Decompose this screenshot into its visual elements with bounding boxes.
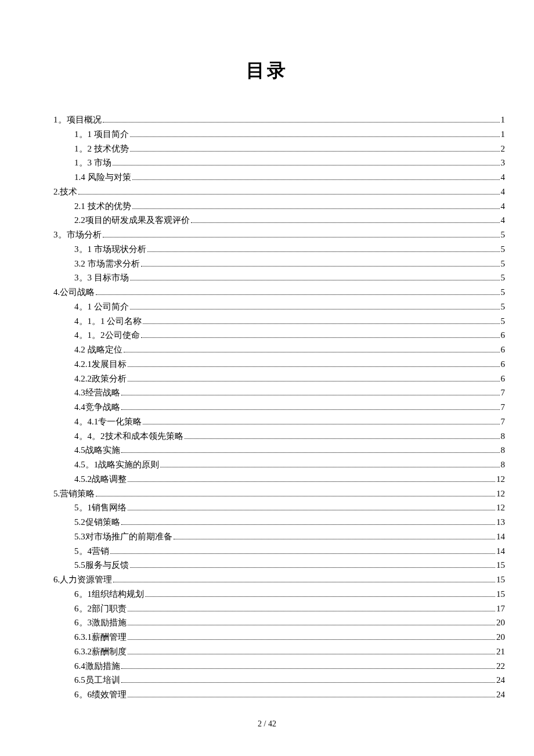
toc-entry-page: 4	[501, 199, 506, 214]
toc-entry-label: 2.2项目的研发成果及客观评价	[74, 213, 190, 228]
toc-entry-label: 4.公司战略	[53, 285, 95, 300]
toc-entry-label: 6.人力资源管理	[53, 573, 112, 587]
toc-entry: 4.5战略实施8	[29, 443, 505, 458]
toc-entry-page: 12	[496, 501, 505, 515]
toc-entry-page: 22	[496, 659, 505, 674]
toc-leader-dots	[121, 395, 500, 395]
toc-entry-label: 2.1 技术的优势	[74, 199, 131, 214]
toc-leader-dots	[174, 539, 495, 539]
toc-leader-dots	[130, 309, 500, 309]
toc-leader-dots	[191, 222, 500, 223]
toc-entry: 6.5员工培训24	[29, 673, 505, 687]
toc-entry-label: 4。1。2公司使命	[74, 328, 140, 343]
toc-entry: 5。4营销 14	[29, 544, 505, 559]
toc-entry-label: 5。4营销	[74, 544, 109, 559]
toc-leader-dots	[128, 654, 495, 654]
toc-entry-page: 5	[501, 228, 506, 242]
toc-entry: 4。1。2公司使命6	[29, 328, 505, 343]
toc-entry-label: 4.2.1发展目标	[74, 357, 127, 372]
toc-leader-dots	[128, 481, 495, 482]
toc-entry-label: 4.5.2战略调整	[74, 472, 127, 487]
toc-entry-label: 6.3.2薪酬制度	[74, 645, 127, 659]
toc-entry-page: 3	[501, 156, 506, 170]
toc-entry-page: 6	[501, 328, 506, 343]
toc-leader-dots	[143, 424, 499, 424]
toc-entry-page: 12	[496, 472, 505, 487]
toc-entry: 1。3 市场3	[29, 156, 505, 170]
toc-entry-page: 5	[501, 242, 506, 257]
toc-entry-page: 20	[496, 630, 505, 645]
toc-leader-dots	[103, 122, 500, 123]
toc-entry: 4.4竞争战略7	[29, 400, 505, 415]
toc-entry: 4。1 公司简介5	[29, 300, 505, 314]
toc-entry-page: 17	[496, 602, 505, 616]
toc-leader-dots	[78, 194, 499, 195]
toc-entry-label: 1。项目概况	[53, 113, 102, 127]
toc-entry-page: 20	[496, 615, 505, 630]
page-title: 目录	[29, 58, 505, 84]
toc-entry: 3。3 目标市场5	[29, 271, 505, 285]
toc-leader-dots	[128, 381, 500, 381]
toc-entry-label: 4.2 战略定位	[74, 343, 122, 357]
toc-entry-page: 24	[496, 687, 505, 702]
toc-leader-dots	[121, 668, 495, 669]
toc-leader-dots	[185, 438, 500, 439]
toc-entry-page: 5	[501, 271, 506, 285]
toc-leader-dots	[141, 266, 500, 267]
toc-entry-label: 4。1 公司简介	[74, 300, 129, 314]
toc-entry-label: 5.3对市场推广的前期准备	[74, 530, 172, 544]
toc-entry: 4.公司战略5	[29, 285, 505, 300]
toc-entry-page: 4	[501, 170, 506, 185]
toc-entry-page: 14	[496, 544, 505, 559]
toc-leader-dots	[121, 524, 495, 525]
toc-entry: 5.2促销策略 13	[29, 515, 505, 530]
toc-entry: 4。4.1专一化策略7	[29, 415, 505, 429]
toc-entry: 3。市场分析5	[29, 228, 505, 242]
toc-entry: 4.5.2战略调整12	[29, 472, 505, 487]
toc-entry-page: 5	[501, 314, 506, 329]
toc-entry-page: 2	[501, 142, 506, 156]
toc-entry-label: 4.3经营战略	[74, 386, 120, 400]
toc-entry-label: 3。1 市场现状分析	[74, 242, 146, 257]
toc-entry: 3。1 市场现状分析5	[29, 242, 505, 257]
toc-leader-dots	[110, 553, 495, 554]
toc-entry: 4.2 战略定位 6	[29, 343, 505, 357]
toc-entry-label: 3。市场分析	[53, 228, 102, 242]
toc-entry-label: 6.4激励措施	[74, 659, 120, 674]
toc-entry-label: 4。4.1专一化策略	[74, 415, 142, 429]
toc-entry-page: 5	[501, 285, 506, 300]
toc-leader-dots	[103, 237, 500, 237]
toc-entry-page: 4	[501, 213, 506, 228]
toc-leader-dots	[143, 323, 499, 324]
toc-leader-dots	[132, 179, 500, 180]
toc-entry: 1。1 项目简介1	[29, 127, 505, 142]
toc-entry: 6.人力资源管理15	[29, 573, 505, 587]
toc-entry-label: 4.4竞争战略	[74, 400, 120, 415]
toc-entry-page: 8	[501, 458, 506, 472]
toc-entry-page: 6	[501, 343, 506, 357]
toc-leader-dots	[128, 611, 495, 611]
toc-entry: 6。6绩效管理24	[29, 687, 505, 702]
page-footer: 2 / 42	[29, 719, 505, 729]
toc-entry-label: 1.4 风险与对策	[74, 170, 131, 185]
toc-entry: 6。1组织结构规划15	[29, 587, 505, 602]
toc-entry-page: 7	[501, 415, 506, 429]
toc-entry-label: 1。1 项目简介	[74, 127, 129, 142]
toc-entry: 4。4。2技术和成本领先策略8	[29, 429, 505, 444]
toc-entry: 4.2.2政策分析6	[29, 372, 505, 386]
toc-leader-dots	[124, 352, 500, 352]
toc-entry-label: 5.营销策略	[53, 487, 95, 501]
toc-entry-page: 12	[496, 487, 505, 501]
toc-entry: 5。1销售网络12	[29, 501, 505, 515]
toc-entry-page: 21	[496, 645, 505, 659]
toc-entry-label: 1。2 技术优势	[74, 142, 129, 156]
table-of-contents: 1。项目概况11。1 项目简介11。2 技术优势21。3 市场31.4 风险与对…	[29, 113, 505, 702]
toc-leader-dots	[147, 251, 500, 252]
toc-entry-label: 6.5员工培训	[74, 673, 120, 687]
toc-entry: 1。2 技术优势2	[29, 142, 505, 156]
toc-leader-dots	[96, 496, 495, 496]
toc-entry-page: 4	[501, 185, 506, 199]
toc-entry-page: 15	[496, 558, 505, 573]
toc-entry-label: 2.技术	[53, 185, 77, 199]
toc-entry-label: 4.5战略实施	[74, 443, 120, 458]
